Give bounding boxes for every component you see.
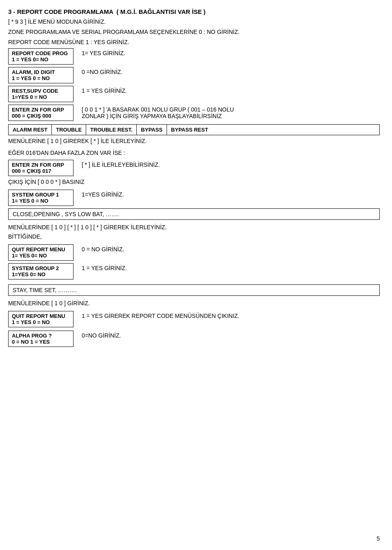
quit-report1-sub: 1= YES 0= NO bbox=[12, 253, 70, 259]
alarm-id-digit-label: ALARM, ID DIGIT bbox=[12, 69, 70, 75]
quit-report2-instruction: 1 = YES GİREREK REPORT CODE MENÜSÜNDEN Ç… bbox=[82, 313, 239, 319]
enter-zn-grp2-label: ENTER ZN FOR GRP bbox=[12, 162, 70, 168]
enter-zn-grp-sub: 000 = ÇIKIŞ 000 bbox=[12, 113, 70, 119]
quit-report1-label: QUIT REPORT MENU bbox=[12, 246, 70, 253]
report-code-prog-instruction: 1= YES GİRİNİZ. bbox=[82, 50, 125, 56]
rest-supv-code-instruction: 1 = YES GİRİNİZ. bbox=[82, 87, 127, 94]
eger-line: EĞER 016'DAN DAHA FAZLA ZON VAR İSE : bbox=[8, 149, 380, 157]
enter-zn-grp-instruction: [ 0 0 1 * ] 'A BASARAK 001 NOLU GRUP ( 0… bbox=[82, 106, 380, 119]
report-code-prog-label: REPORT CODE PROG bbox=[12, 50, 70, 56]
close-opening-box: CLOSE,OPENING , SYS LOW BAT, ……. bbox=[8, 208, 380, 220]
alpha-prog-instruction: 0=NO GİRİNİZ. bbox=[82, 332, 121, 339]
quit-report1-instruction: 0 = NO GİRİNİZ. bbox=[82, 246, 124, 253]
quit-report2-label: QUIT REPORT MENU bbox=[12, 313, 70, 319]
system-group2-label: SYSTEM GROUP 2 bbox=[12, 265, 70, 271]
system-group1-sub: 1= YES 0 = NO bbox=[12, 198, 70, 204]
stay-time-box: STAY, TIME SET, ………. bbox=[8, 284, 380, 296]
menulerde-line2: MENÜLERİNDE [ 1 0 ] GİRİNİZ. bbox=[8, 299, 380, 308]
line-3: REPORT CODE MENÜSÜNE 1 : YES GİRİNİZ. bbox=[8, 38, 380, 47]
alpha-prog-label: ALPHA PROG ? bbox=[12, 333, 70, 339]
trouble-cell-alarm-rest: ALARM REST bbox=[9, 125, 52, 135]
system-group2-sub: 1=YES 0= NO bbox=[12, 271, 70, 277]
enter-zn-grp2-sub: 000 = ÇIKIŞ 017 bbox=[12, 168, 70, 174]
system-group1-label: SYSTEM GROUP 1 bbox=[12, 192, 70, 198]
system-group1-instruction: 1=YES GİRİNİZ. bbox=[82, 191, 124, 198]
trouble-row: ALARM REST TROUBLE TROUBLE REST. BYPASS … bbox=[8, 124, 380, 135]
trouble-cell-trouble-rest: TROUBLE REST. bbox=[86, 125, 137, 135]
trouble-cell-bypass-rest: BYPASS REST bbox=[167, 125, 212, 135]
report-code-prog-sub: 1 = YES 0= NO bbox=[12, 56, 70, 63]
rest-supv-code-sub: 1=YES 0 = NO bbox=[12, 94, 70, 100]
page-number: 5 bbox=[376, 535, 380, 542]
menu-line: MENÜLERİNE [ 1 0 ] GİREREK [ * ] İLE İLE… bbox=[8, 137, 380, 145]
quit-report2-sub: 1 = YES 0 = NO bbox=[12, 319, 70, 325]
page-title: 3 - REPORT CODE PROGRAMLAMA ( M.G.İ. BAĞ… bbox=[8, 8, 380, 15]
alarm-id-digit-instruction: 0 =NO GİRİNİZ. bbox=[82, 69, 122, 75]
alarm-id-digit-sub: 1 = YES 0 = NO bbox=[12, 75, 70, 81]
rest-supv-code-label: REST,SUPV CODE bbox=[12, 88, 70, 94]
menulerde-line: MENÜLERİNDE [ 1 0 ] [ * ] [ 1 0 ] [ * ] … bbox=[8, 223, 380, 232]
enter-zn-grp-label: ENTER ZN FOR GRP bbox=[12, 107, 70, 113]
line-1: [ * 9 3 ] İLE MENÜ MODUNA GİRİNİZ. bbox=[8, 18, 380, 26]
cikis-line: ÇIKIŞ İÇİN [ 0 0 0 * ] BASINIZ bbox=[8, 178, 380, 186]
line-2: ZONE PROGRAMLAMA VE SERIAL PROGRAMLAMA S… bbox=[8, 28, 380, 36]
trouble-cell-trouble: TROUBLE bbox=[52, 125, 86, 135]
bittiginde-line: BİTTİĞİNDE, bbox=[8, 233, 380, 241]
alpha-prog-sub: 0 = NO 1 = YES bbox=[12, 339, 70, 345]
system-group2-instruction: 1 = YES GİRİNİZ. bbox=[82, 265, 127, 271]
trouble-cell-bypass: BYPASS bbox=[137, 125, 167, 135]
enter-zn-grp2-instruction: [ * ] İLE İLERLEYEBİLİRSİNİZ. bbox=[82, 161, 160, 168]
